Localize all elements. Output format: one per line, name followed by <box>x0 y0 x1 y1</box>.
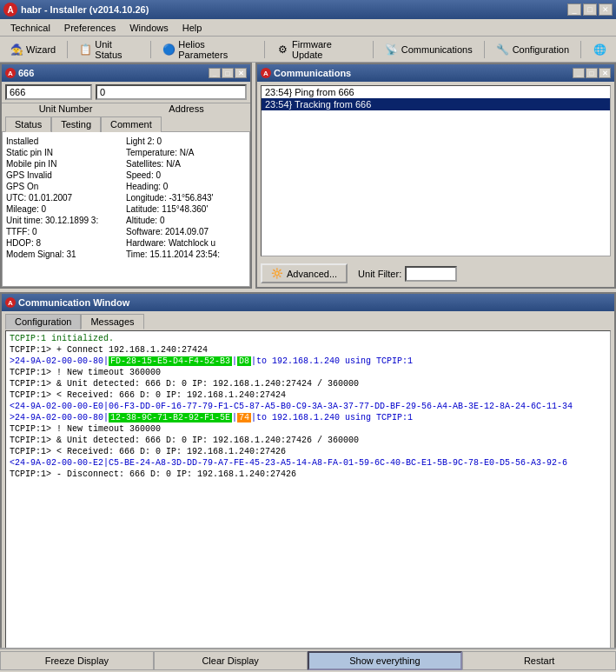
comm-footer: 🔆 Advanced... Unit Filter: <box>257 260 614 287</box>
configuration-button[interactable]: 🔧 Configuration <box>490 39 575 60</box>
status-mileage: Mileage: 0 <box>6 203 126 215</box>
menu-help[interactable]: Help <box>176 21 209 35</box>
advanced-icon: 🔆 <box>271 268 283 279</box>
close-button[interactable]: ✕ <box>599 3 613 16</box>
status-hdop: HDOP: 8 <box>6 237 126 249</box>
log-highlight-1: FD-28-15-E5-D4-F4-52-B3 <box>109 356 232 366</box>
communications-icon: 📡 <box>385 43 399 57</box>
comm-window-titlebar: A Communications _ □ ✕ <box>257 64 614 82</box>
separator-5 <box>484 41 485 58</box>
wizard-label: Wizard <box>26 44 56 55</box>
comm-list: 23:54} Ping from 666 23:54} Tracking fro… <box>261 85 611 256</box>
comm-bottom-tabs: Configuration Messages <box>2 311 614 329</box>
log-line-1: TCPIP:1> + Connect 192.168.1.240:27424 <box>10 344 606 356</box>
status-light2: Light 2: 0 <box>126 136 246 147</box>
status-gps-on: GPS On <box>6 181 126 192</box>
log-line-4: TCPIP:1> & Unit detected: 666 D: 0 IP: 1… <box>10 378 606 389</box>
freeze-display-button[interactable]: Freeze Display <box>0 651 154 670</box>
title-bar-buttons: _ □ ✕ <box>567 3 613 16</box>
menu-preferences[interactable]: Preferences <box>57 21 123 35</box>
advanced-button[interactable]: 🔆 Advanced... <box>261 263 348 283</box>
restart-label: Restart <box>524 655 554 666</box>
configuration-icon: 🔧 <box>496 43 510 57</box>
comm-titlebar-icon: A <box>261 68 271 78</box>
comm-close-btn[interactable]: ✕ <box>599 68 611 78</box>
comm-bottom-title-text: Communication Window <box>18 297 129 308</box>
log-highlight-4: 74 <box>237 413 251 422</box>
unit-maximize-btn[interactable]: □ <box>222 68 234 78</box>
restart-button[interactable]: Restart <box>462 651 616 670</box>
status-speed: Speed: 0 <box>126 170 246 181</box>
status-utc: UTC: 01.01.2007 <box>6 192 126 203</box>
status-altitude: Altitude: 0 <box>126 215 246 226</box>
status-grid: Installed Static pin IN Mobile pin IN GP… <box>6 136 246 260</box>
unit-window-titlebar: A 666 _ □ ✕ <box>2 64 250 82</box>
unit-window: A 666 _ □ ✕ Unit Number Address Status <box>0 63 252 289</box>
comm-window-title: Communications <box>274 68 570 78</box>
helios-button[interactable]: 🔵 Helios Parameters <box>156 39 259 60</box>
status-longitude: Longitude: -31°56.843' <box>126 192 246 203</box>
menu-technical[interactable]: Technical <box>3 21 57 35</box>
clear-display-label: Clear Display <box>202 655 258 666</box>
status-static-pin: Static pin IN <box>6 147 126 158</box>
clear-display-button[interactable]: Clear Display <box>154 651 308 670</box>
comm-bottom-titlebar: A Communication Window <box>2 294 614 311</box>
tab-testing[interactable]: Testing <box>51 116 101 132</box>
log-line-0: TCPIP:1 initialized. <box>10 333 606 344</box>
status-software: Software: 2014.09.07 <box>126 226 246 237</box>
comm-log: TCPIP:1 initialized. TCPIP:1> + Connect … <box>5 330 611 656</box>
global-icon: 🌐 <box>593 43 606 57</box>
log-line-9: TCPIP:1> & Unit detected: 666 D: 0 IP: 1… <box>10 435 606 446</box>
app-icon: A <box>3 3 17 17</box>
maximize-button[interactable]: □ <box>583 3 597 16</box>
wizard-button[interactable]: 🧙 Wizard <box>3 39 62 60</box>
status-col2: Light 2: 0 Temperature: N/A Satellites: … <box>126 136 246 260</box>
communications-button[interactable]: 📡 Communications <box>379 39 479 60</box>
unit-minimize-btn[interactable]: _ <box>209 68 221 78</box>
minimize-button[interactable]: _ <box>567 3 581 16</box>
menu-windows[interactable]: Windows <box>123 21 176 35</box>
unit-address-label: Address <box>126 103 247 114</box>
unit-address-input[interactable] <box>96 84 247 100</box>
tab-messages[interactable]: Messages <box>81 314 143 329</box>
bottom-bar: Freeze Display Clear Display Show everyt… <box>0 648 616 672</box>
wizard-icon: 🧙 <box>10 43 23 57</box>
unit-filter-input[interactable] <box>405 266 457 282</box>
status-modem: Modem Signal: 31 <box>6 249 126 260</box>
tab-comment[interactable]: Comment <box>101 116 162 132</box>
status-mobile-pin: Mobile pin IN <box>6 158 126 170</box>
comm-minimize-btn[interactable]: _ <box>573 68 585 78</box>
comm-window: A Communications _ □ ✕ 23:54} Ping from … <box>255 63 616 289</box>
unit-titlebar-icon: A <box>5 68 16 78</box>
firmware-button[interactable]: ⚙ Firmware Update <box>270 39 368 60</box>
show-everything-label: Show everything <box>349 655 420 666</box>
firmware-icon: ⚙ <box>276 43 289 57</box>
title-bar-text: habr - Installer (v2014.10.26) <box>21 4 564 15</box>
unit-close-btn[interactable]: ✕ <box>235 68 247 78</box>
tab-status[interactable]: Status <box>5 116 51 132</box>
title-bar: A habr - Installer (v2014.10.26) _ □ ✕ <box>0 0 616 19</box>
unit-filter-label: Unit Filter: <box>358 269 401 279</box>
unit-status-button[interactable]: 📋 Unit Status <box>73 39 145 60</box>
menu-bar: Technical Preferences Windows Help <box>0 19 616 37</box>
comm-item-ping[interactable]: 23:54} Ping from 666 <box>262 86 610 98</box>
comm-maximize-btn[interactable]: □ <box>586 68 598 78</box>
comm-item-tracking[interactable]: 23:54} Tracking from 666 <box>262 98 610 110</box>
helios-icon: 🔵 <box>162 43 176 57</box>
communication-window: A Communication Window Configuration Mes… <box>0 292 616 672</box>
unit-tabs: Status Testing Comment <box>2 114 250 131</box>
unit-window-buttons: _ □ ✕ <box>209 68 247 78</box>
separator-2 <box>150 41 151 58</box>
communications-label: Communications <box>401 44 473 55</box>
status-time: Time: 15.11.2014 23:54: <box>126 249 246 260</box>
status-heading: Heading: 0 <box>126 181 246 192</box>
log-line-3: TCPIP:1> ! New timeout 360000 <box>10 367 606 378</box>
status-temp: Temperature: N/A <box>126 147 246 158</box>
log-line-2: >24-9A-02-00-00-80|FD-28-15-E5-D4-F4-52-… <box>10 356 606 367</box>
log-highlight-2: D8 <box>237 356 251 366</box>
show-everything-button[interactable]: Show everything <box>308 651 463 670</box>
tab-configuration[interactable]: Configuration <box>5 314 81 329</box>
unit-status-label: Unit Status <box>95 39 139 60</box>
unit-number-input[interactable] <box>5 84 92 100</box>
global-button[interactable]: 🌐 <box>586 39 613 60</box>
